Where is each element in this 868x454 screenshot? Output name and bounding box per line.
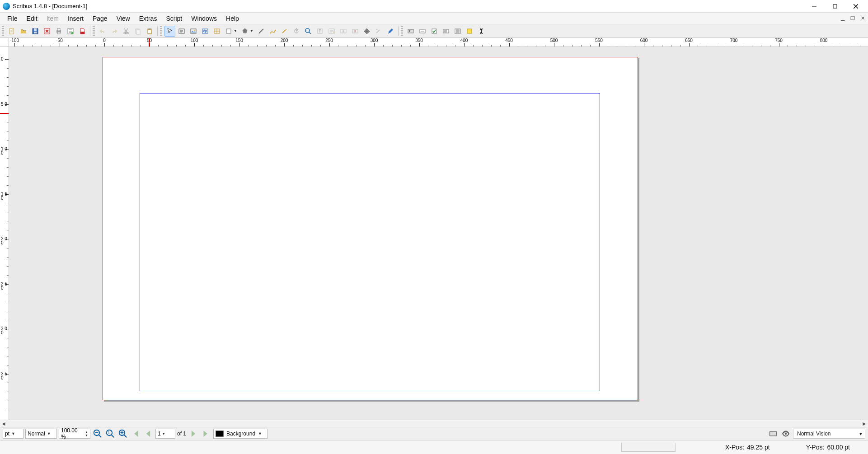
preview-mode-button[interactable] bbox=[780, 428, 791, 439]
first-page-button[interactable] bbox=[130, 428, 141, 439]
last-page-button[interactable] bbox=[201, 428, 211, 439]
line-button[interactable] bbox=[256, 26, 267, 37]
menu-edit[interactable]: Edit bbox=[22, 13, 42, 24]
pdf-link-icon bbox=[478, 28, 485, 35]
text-frame-button[interactable] bbox=[176, 26, 187, 37]
menu-help[interactable]: Help bbox=[221, 13, 244, 24]
shape-icon bbox=[225, 28, 232, 35]
horizontal-ruler[interactable]: -100-50050100150200250300350400450500550… bbox=[9, 38, 868, 47]
svg-rect-34 bbox=[352, 29, 355, 33]
zoom-button[interactable] bbox=[303, 26, 314, 37]
bottom-toolbar: pt ▼ Normal ▼ 100.00 % ▲▼ 1 1 ▾ of 1 Bac… bbox=[0, 427, 868, 440]
dropdown-arrow-icon: ▼ bbox=[234, 29, 237, 33]
menu-windows[interactable]: Windows bbox=[187, 13, 221, 24]
mdi-controls: ▁ ❐ ✕ bbox=[838, 13, 868, 24]
preflight-icon bbox=[67, 28, 74, 35]
menu-page[interactable]: Page bbox=[88, 13, 112, 24]
zoom-out-button[interactable] bbox=[92, 428, 103, 439]
menu-extras[interactable]: Extras bbox=[135, 13, 162, 24]
pdf-textfield-button[interactable] bbox=[417, 26, 428, 37]
zoom-reset-button[interactable]: 1 bbox=[105, 428, 116, 439]
window-maximize-button[interactable] bbox=[825, 0, 845, 13]
color-management-button[interactable] bbox=[768, 428, 779, 439]
paste-button[interactable] bbox=[144, 26, 155, 37]
pdf-annotate-button[interactable] bbox=[464, 26, 475, 37]
zoom-in-button[interactable] bbox=[117, 428, 128, 439]
svg-point-21 bbox=[194, 29, 196, 31]
zoom-spin[interactable]: 100.00 % ▲▼ bbox=[59, 429, 90, 439]
toolbar-handle[interactable] bbox=[2, 26, 4, 36]
pdf-combobox-button[interactable] bbox=[441, 26, 451, 37]
shape-button[interactable]: ▼ bbox=[223, 26, 234, 37]
mdi-close-button[interactable]: ✕ bbox=[858, 14, 867, 23]
scroll-left-button[interactable]: ◄ bbox=[0, 420, 7, 427]
open-button[interactable] bbox=[18, 26, 29, 37]
window-title: Scribus 1.4.8 - [Document-1] bbox=[13, 3, 87, 9]
vision-mode-value: Normal Vision bbox=[797, 431, 830, 437]
canvas-viewport[interactable] bbox=[9, 47, 868, 420]
bezier-button[interactable] bbox=[267, 26, 278, 37]
window-close-button[interactable] bbox=[845, 0, 866, 13]
horizontal-scrollbar[interactable]: ◄ ► bbox=[0, 420, 868, 427]
render-frame-button[interactable] bbox=[200, 26, 211, 37]
image-frame-button[interactable] bbox=[188, 26, 199, 37]
window-minimize-button[interactable] bbox=[804, 0, 825, 13]
scroll-right-button[interactable]: ► bbox=[861, 420, 868, 427]
vertical-ruler[interactable]: 05 01 0 01 5 02 0 02 5 03 0 03 5 0 bbox=[0, 47, 9, 420]
story-editor-button bbox=[326, 26, 337, 37]
svg-rect-38 bbox=[409, 30, 410, 32]
zoom-value: 100.00 % bbox=[61, 427, 83, 440]
bezier-icon bbox=[269, 28, 277, 35]
svg-rect-8 bbox=[57, 32, 60, 34]
scroll-track[interactable] bbox=[7, 421, 861, 427]
toolbar-handle[interactable] bbox=[93, 26, 95, 36]
close-icon bbox=[43, 28, 51, 35]
pdf-checkbox-button[interactable] bbox=[429, 26, 440, 37]
layer-select[interactable]: Background ▼ bbox=[213, 429, 267, 439]
pdf-annotate-icon bbox=[466, 28, 473, 35]
story-editor-icon bbox=[328, 28, 335, 35]
vision-mode-select[interactable]: Normal Vision ▾ bbox=[793, 429, 865, 439]
measure-button[interactable] bbox=[361, 26, 372, 37]
new-button[interactable] bbox=[6, 26, 17, 37]
svg-rect-4 bbox=[34, 32, 37, 33]
copy-icon bbox=[134, 28, 141, 35]
preview-quality-select[interactable]: Normal ▼ bbox=[25, 429, 57, 439]
toolbar-handle[interactable] bbox=[160, 26, 162, 36]
menu-view[interactable]: View bbox=[112, 13, 135, 24]
copy-properties-icon bbox=[375, 28, 382, 35]
xpos-readout: X-Pos: 49.25 pt bbox=[725, 444, 770, 451]
select-button[interactable] bbox=[164, 26, 175, 37]
ypos-value: 60.00 pt bbox=[827, 444, 850, 451]
mdi-restore-button[interactable]: ❐ bbox=[848, 14, 857, 23]
mdi-minimize-button[interactable]: ▁ bbox=[838, 14, 847, 23]
menu-file[interactable]: File bbox=[3, 13, 22, 24]
ruler-label: 500 bbox=[550, 38, 558, 43]
preflight-button[interactable] bbox=[65, 26, 76, 37]
eyedropper-button[interactable] bbox=[385, 26, 396, 37]
print-button[interactable] bbox=[53, 26, 64, 37]
next-page-button[interactable] bbox=[188, 428, 199, 439]
toolbar-handle[interactable] bbox=[401, 26, 403, 36]
unit-select[interactable]: pt ▼ bbox=[3, 429, 23, 439]
ruler-label: 2 0 0 bbox=[1, 237, 8, 245]
table-button[interactable] bbox=[211, 26, 222, 37]
close-button[interactable] bbox=[42, 26, 52, 37]
polygon-button[interactable]: ▼ bbox=[239, 26, 250, 37]
ruler-corner[interactable] bbox=[0, 38, 9, 47]
menu-insert[interactable]: Insert bbox=[63, 13, 88, 24]
menu-script[interactable]: Script bbox=[161, 13, 187, 24]
page-current-select[interactable]: 1 ▾ bbox=[155, 429, 175, 439]
save-button[interactable] bbox=[30, 26, 41, 37]
menu-item: Item bbox=[42, 13, 63, 24]
link-frames-icon bbox=[340, 28, 347, 35]
ruler-cursor-h bbox=[149, 38, 150, 47]
pdf-listbox-button[interactable] bbox=[452, 26, 463, 37]
pdf-button-button[interactable] bbox=[405, 26, 416, 37]
pdf-button[interactable] bbox=[77, 26, 88, 37]
freehand-button[interactable] bbox=[279, 26, 290, 37]
svg-rect-26 bbox=[226, 29, 231, 33]
prev-page-button[interactable] bbox=[143, 428, 154, 439]
ruler-label: 800 bbox=[820, 38, 828, 43]
pdf-link-button[interactable] bbox=[476, 26, 487, 37]
